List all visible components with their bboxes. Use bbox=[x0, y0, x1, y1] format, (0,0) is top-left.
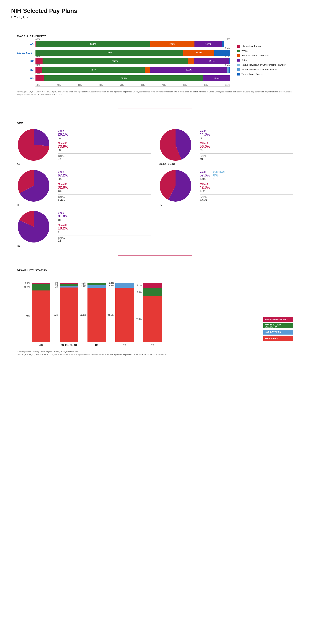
race-bar-row: AD0.3%1.1%58.7%22.8%14.1% bbox=[17, 41, 230, 47]
sex-chart-label: ES, EX, SL, ST bbox=[159, 162, 196, 165]
bar-stack: 52.7%39.6% bbox=[35, 67, 230, 73]
sex-group-item: RGMALE57.6%1,400UNKNOWN0%1FEMALE42.3%1,0… bbox=[159, 169, 293, 202]
male-label: MALE bbox=[200, 130, 210, 132]
male-label: MALE bbox=[58, 171, 68, 173]
disability-pct-label: 10.9% bbox=[21, 286, 30, 288]
page-subtitle: FY21, Q2 bbox=[11, 15, 299, 20]
male-block: MALE26.1%24 bbox=[58, 130, 68, 141]
disability-group-col: 92%2%4%2%ES, EX, SL, ST bbox=[60, 283, 78, 346]
race-bar-container: 4.5%81.8%13.6% bbox=[35, 75, 230, 81]
sex-chart-visual: RF bbox=[17, 169, 54, 202]
male-pct: 67.2% bbox=[58, 173, 68, 178]
disability-bar-wrap: 91.6%4.1%3.4%0.8% bbox=[87, 283, 106, 342]
disability-segment: 4.1% bbox=[87, 285, 106, 288]
bar-above-right: 8.0% bbox=[225, 47, 230, 49]
sex-group-item: RFMALE67.2%900FEMALE32.8%439TOTAL1,339 bbox=[17, 169, 151, 202]
total-value: 50 bbox=[200, 157, 293, 161]
female-count: 439 bbox=[58, 190, 151, 192]
bar-segment-label: 22.8% bbox=[169, 43, 175, 45]
disability-pct-label: 2% bbox=[49, 282, 58, 284]
male-pct: 26.1% bbox=[58, 132, 68, 136]
legend-item: Black or African American bbox=[237, 54, 293, 57]
disability-legend-label: NON-TARGETED DISABILITY* bbox=[265, 324, 293, 328]
disability-legend-box: NON-TARGETED DISABILITY* bbox=[263, 324, 293, 328]
bar-above-left: 0.3% bbox=[35, 38, 40, 40]
page-title: NIH Selected Pay Plans bbox=[11, 8, 299, 14]
disability-col-label: AD bbox=[39, 344, 43, 346]
female-pct: 73.9% bbox=[58, 144, 151, 148]
male-pct: 57.6% bbox=[200, 173, 210, 178]
female-count: 4 bbox=[58, 230, 151, 234]
total-line: TOTAL2,429 bbox=[200, 194, 293, 202]
disability-legend-item: NO DISABILITY bbox=[263, 336, 293, 341]
disability-pct-label: 4.1% bbox=[77, 285, 86, 288]
male-pct: 81.8% bbox=[58, 214, 68, 218]
bar-segment: 76.0% bbox=[35, 50, 183, 56]
disability-group-col: 77.3%13.6%9.1%RS bbox=[143, 283, 162, 346]
total-value: 2,429 bbox=[200, 198, 293, 202]
sex-chart-visual: RG bbox=[159, 169, 196, 202]
sex-stats: MALE57.6%1,400UNKNOWN0%1FEMALE42.3%1,028… bbox=[200, 169, 293, 202]
disability-pct-label: 13.6% bbox=[133, 291, 142, 294]
race-x-axis: 10%20%30%40%50%60%70%80%90%100% bbox=[17, 84, 230, 86]
disability-segment: 13.6% bbox=[143, 288, 162, 296]
disability-bar-wrap: 87%10.9%2.2% bbox=[32, 283, 50, 342]
female-pct: 32.8% bbox=[58, 185, 151, 190]
race-bar-container: 0.3%1.1%58.7%22.8%14.1% bbox=[35, 41, 230, 47]
disability-legend-box: NO DISABILITY bbox=[263, 336, 293, 341]
legend-color-box bbox=[237, 68, 240, 71]
race-footnote: AD n=92; ES, EX, SL, ST n=50; RF n=1,339… bbox=[17, 90, 293, 96]
race-bar-row: RF3.6%0.3%74.9%18.1% bbox=[17, 58, 230, 64]
disability-segment: 3.4% bbox=[87, 283, 106, 285]
disability-group-col: 91.6%4.1%3.4%0.8%RF bbox=[87, 283, 106, 346]
x-axis-label: 50% bbox=[120, 84, 124, 86]
unknown-pct: 0% bbox=[213, 173, 225, 178]
male-label: MALE bbox=[200, 171, 210, 173]
x-axis-label: 70% bbox=[161, 84, 166, 86]
total-value: 92 bbox=[58, 157, 151, 161]
female-pct: 18.2% bbox=[58, 226, 151, 230]
race-bar-row: ES, EX, SL, ST8.0%76.0%16.0% bbox=[17, 50, 230, 56]
disability-segment: 0.8% bbox=[87, 283, 106, 283]
bar-above-right: 0.3% bbox=[225, 55, 230, 58]
legend-item: White bbox=[237, 50, 293, 52]
race-bar-label: RF bbox=[17, 60, 35, 63]
sex-stats: MALE81.8%18FEMALE18.2%4TOTAL22 bbox=[58, 210, 151, 242]
bar-segment: 39.6% bbox=[150, 67, 227, 73]
bar-segment-label: 16.0% bbox=[196, 52, 202, 54]
male-pct: 44.0% bbox=[200, 132, 210, 136]
disability-legend-item: NON-TARGETED DISABILITY* bbox=[263, 324, 293, 328]
disability-legend-box: TARGETED DISABILITY* bbox=[263, 317, 293, 322]
sex-chart-label: RS bbox=[17, 244, 54, 247]
disability-chart: 87%10.9%2.2%AD92%2%4%2%ES, EX, SL, ST91.… bbox=[17, 275, 293, 346]
race-ethnicity-section: RACE & ETHNICITY AD0.3%1.1%58.7%22.8%14.… bbox=[11, 29, 299, 100]
sex-chart-label: RG bbox=[159, 204, 196, 206]
disability-pct-label: 2.2% bbox=[21, 282, 30, 284]
disability-segment: 2.2% bbox=[32, 283, 50, 284]
disability-pct-label: 87% bbox=[21, 315, 30, 318]
male-header: MALE81.8%18 bbox=[58, 212, 151, 223]
legend-item: Asian bbox=[237, 59, 293, 62]
race-bar-label: RG bbox=[17, 68, 35, 71]
male-label: MALE bbox=[58, 212, 68, 214]
male-count: 22 bbox=[200, 136, 210, 140]
race-bar-chart: AD0.3%1.1%58.7%22.8%14.1%ES, EX, SL, ST8… bbox=[17, 41, 230, 87]
bar-segment: 18.1% bbox=[194, 58, 229, 64]
section-divider-1 bbox=[118, 108, 192, 108]
bar-segment-label: 18.1% bbox=[209, 60, 214, 62]
race-bar-label: ES, EX, SL, ST bbox=[17, 51, 35, 54]
race-bar-container: 3.5%0.7%52.7%39.6% bbox=[35, 67, 230, 73]
female-pct: 56.0% bbox=[200, 144, 293, 148]
disability-pct-label: 7.2% bbox=[105, 284, 114, 287]
disability-segment: 9.1% bbox=[143, 283, 162, 288]
race-bar-label: AD bbox=[17, 43, 35, 46]
male-block: MALE81.8%18 bbox=[58, 212, 68, 223]
bar-segment bbox=[229, 67, 230, 73]
female-count: 28 bbox=[200, 148, 293, 152]
unknown-count: 1 bbox=[213, 178, 225, 180]
disability-bar-wrap: 77.3%13.6%9.1% bbox=[143, 283, 162, 342]
legend-color-box bbox=[237, 64, 240, 66]
bar-segment: 13.6% bbox=[203, 75, 230, 81]
disability-bar-wrap: 91.5%7.2%0.9%0.4% bbox=[115, 283, 134, 342]
bar-segment bbox=[35, 75, 44, 81]
